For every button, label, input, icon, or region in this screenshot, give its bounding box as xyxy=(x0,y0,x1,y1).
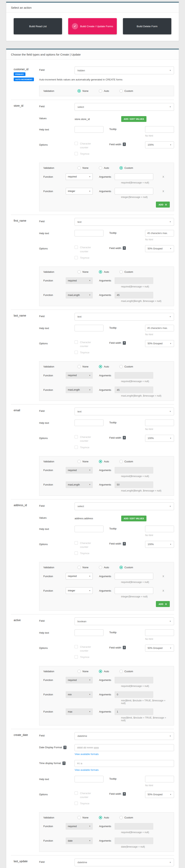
validation-radio-none[interactable]: None xyxy=(77,365,88,368)
arguments-input[interactable] xyxy=(115,573,153,580)
function-signature-hint: required($message = null) xyxy=(121,181,170,184)
validation-radio-custom[interactable]: Custom xyxy=(119,365,133,368)
time-format-input[interactable] xyxy=(75,760,174,767)
field-width-select[interactable]: 100%▼ xyxy=(145,541,174,548)
tooltip-input[interactable] xyxy=(145,126,174,133)
form-row: OptionsCharacter counterTinymceField wid… xyxy=(39,142,174,158)
chevron-down-icon: ▼ xyxy=(170,316,171,318)
radio-icon xyxy=(77,166,81,169)
validation-radio-auto[interactable]: Auto xyxy=(99,566,109,569)
view-formats-link[interactable]: View available formats xyxy=(75,753,99,755)
validation-radio-none[interactable]: None xyxy=(77,816,88,819)
tinymce-checkbox xyxy=(75,802,78,805)
function-select[interactable]: required▼ xyxy=(66,573,93,580)
field-type-select[interactable]: boolean▼ xyxy=(75,617,174,625)
action-button-read-list[interactable]: Build Read List xyxy=(14,18,62,34)
action-button-delete[interactable]: Build Delete Form xyxy=(123,18,171,34)
date-format-input[interactable] xyxy=(75,744,174,751)
validation-radio-none[interactable]: None xyxy=(77,166,88,169)
validation-radio-auto[interactable]: Auto xyxy=(99,816,109,819)
field-type-select[interactable]: text▼ xyxy=(75,408,174,415)
function-label: Function xyxy=(43,825,66,828)
field-width-select[interactable]: 50% Grouped▼ xyxy=(145,245,174,252)
help-question-icon: ? xyxy=(123,792,126,796)
chevron-down-icon: ▼ xyxy=(89,469,90,471)
field-settings: Fieldtext▼Help textTooltipNo htmlOptions… xyxy=(39,218,174,306)
remove-function-button[interactable]: X xyxy=(162,575,164,578)
validation-radio-auto[interactable]: Auto xyxy=(99,89,109,93)
help-text-input[interactable] xyxy=(75,526,104,532)
validation-radio-custom[interactable]: Custom xyxy=(119,89,133,93)
help-text-input[interactable] xyxy=(75,325,104,331)
validation-radio-auto[interactable]: Auto xyxy=(99,270,109,274)
arguments-input[interactable] xyxy=(115,188,153,194)
validation-radio-none[interactable]: None xyxy=(77,460,88,463)
function-select[interactable]: integer▼ xyxy=(66,587,93,594)
remove-function-button[interactable]: X xyxy=(162,190,164,193)
validation-radio-auto[interactable]: Auto xyxy=(99,670,109,673)
validation-panel: ValidationNoneAutoCustomFunctionrequired… xyxy=(39,267,174,306)
tooltip-label: Tooltip xyxy=(109,629,117,634)
function-select[interactable]: integer▼ xyxy=(66,188,93,194)
validation-radio-custom[interactable]: Custom xyxy=(119,166,133,169)
field-type-select[interactable]: hidden▼ xyxy=(75,66,174,74)
validation-label: Validation xyxy=(43,271,77,273)
field-width-select-wrap: 50% Grouped▼ xyxy=(145,245,174,252)
field-width-select[interactable]: 50% Grouped▼ xyxy=(145,645,174,652)
field-type-select[interactable]: select▼ xyxy=(75,103,174,111)
validation-radio-custom[interactable]: Custom xyxy=(119,670,133,673)
section-customer_id: customer_idPRIMARYAUTO-INCREMENTFieldhid… xyxy=(11,63,174,100)
help-text-input[interactable] xyxy=(75,126,104,133)
help-text-input[interactable] xyxy=(75,629,104,636)
validation-radio-auto[interactable]: Auto xyxy=(99,166,109,169)
tooltip-input[interactable] xyxy=(145,526,174,532)
field-type-select[interactable]: text▼ xyxy=(75,218,174,226)
arguments-input[interactable] xyxy=(115,174,153,180)
arguments-input[interactable] xyxy=(115,587,153,594)
function-signature-hint: maxLength($length, $message = null) xyxy=(121,300,170,303)
form-row: Help textTooltipNo html xyxy=(39,325,174,336)
add-edit-values-button[interactable]: ADD / EDIT VALUES xyxy=(121,516,146,521)
tooltip-input[interactable] xyxy=(145,776,174,782)
validation-radio-auto[interactable]: Auto xyxy=(99,365,109,368)
radio-label: Auto xyxy=(104,90,109,92)
add-function-button[interactable]: ADD⊕ xyxy=(156,202,170,208)
validation-radio-none[interactable]: None xyxy=(77,89,88,93)
help-text-input[interactable] xyxy=(75,230,104,237)
validation-radio-none[interactable]: None xyxy=(77,670,88,673)
field-type-select[interactable]: text▼ xyxy=(75,313,174,320)
tinymce-checkbox xyxy=(75,256,78,259)
field-type-select[interactable]: datetime▼ xyxy=(75,859,174,866)
field-width-select[interactable]: 100%▼ xyxy=(145,435,174,442)
validation-radio-custom[interactable]: Custom xyxy=(119,816,133,819)
field-width-select[interactable]: 50% Grouped▼ xyxy=(145,340,174,347)
add-function-button[interactable]: ADD⊕ xyxy=(156,601,170,607)
help-text-input[interactable] xyxy=(75,776,104,782)
function-select[interactable]: required▼ xyxy=(66,174,93,180)
validation-radio-custom[interactable]: Custom xyxy=(119,460,133,463)
field-width-select-wrap: 100%▼ xyxy=(145,142,174,148)
validation-radio-custom[interactable]: Custom xyxy=(119,566,133,569)
field-width-select[interactable]: 100%▼ xyxy=(145,142,174,148)
validation-radio-auto[interactable]: Auto xyxy=(99,460,109,463)
validation-radio-custom[interactable]: Custom xyxy=(119,270,133,274)
help-text-input[interactable] xyxy=(75,420,104,426)
function-row: Functioninteger▼ArgumentsX xyxy=(43,188,170,194)
values-label: Values xyxy=(39,515,75,519)
validation-radio-none[interactable]: None xyxy=(77,566,88,569)
remove-function-button[interactable]: X xyxy=(162,175,164,178)
view-formats-link[interactable]: View available formats xyxy=(75,769,99,771)
validation-radio-none[interactable]: None xyxy=(77,270,88,274)
field-type-select[interactable]: select▼ xyxy=(75,502,174,510)
remove-function-button[interactable]: X xyxy=(162,589,164,592)
field-settings: Fielddatetime▼Date Display Format?View a… xyxy=(39,859,174,868)
tooltip-input[interactable] xyxy=(145,325,174,331)
time-format-label: Time display format? xyxy=(39,760,75,765)
field-width-select[interactable]: 50% Grouped▼ xyxy=(145,791,174,798)
tooltip-input[interactable] xyxy=(145,230,174,237)
action-button-create-update[interactable]: ✓ Build Create / Update Forms xyxy=(68,18,117,34)
tooltip-input[interactable] xyxy=(145,420,174,426)
add-edit-values-button[interactable]: ADD / EDIT VALUES xyxy=(121,116,146,122)
tooltip-input[interactable] xyxy=(145,629,174,636)
field-type-select[interactable]: datetime▼ xyxy=(75,732,174,740)
